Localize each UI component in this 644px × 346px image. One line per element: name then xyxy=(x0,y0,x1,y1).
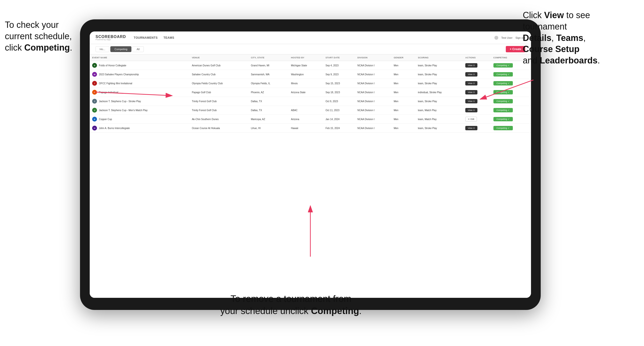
tab-home[interactable]: Ho... xyxy=(96,46,109,52)
division-cell: NCAA Division I xyxy=(355,79,391,88)
competing-button[interactable]: Competing ✓ xyxy=(494,108,513,112)
competing-cell: Competing ✓ xyxy=(491,124,531,133)
col-gender: GENDER xyxy=(391,54,416,61)
event-name-cell: H John A. Burns Intercollegiate xyxy=(90,124,189,133)
venue-cell: Olympia Fields Country Club xyxy=(189,79,248,88)
team-logo: W xyxy=(92,72,97,77)
tab-all[interactable]: All xyxy=(132,46,144,52)
gender-cell: Men xyxy=(391,115,416,124)
nav-teams[interactable]: TEAMS xyxy=(164,35,174,40)
view-button[interactable]: View ⊙ xyxy=(465,126,478,130)
table-header-row: EVENT NAME VENUE CITY, STATE HOSTED BY S… xyxy=(90,54,531,61)
start-date-cell: Sep 4, 2023 xyxy=(323,61,355,70)
col-city-state: CITY, STATE xyxy=(248,54,288,61)
competing-cell: Competing ✓ xyxy=(491,97,531,106)
venue-cell: Sahalee Country Club xyxy=(189,70,248,79)
competing-cell: Competing ✓ xyxy=(491,88,531,97)
event-name: John A. Burns Intercollegiate xyxy=(99,127,130,130)
competing-button[interactable]: Competing ✓ xyxy=(494,117,513,121)
start-date-cell: Sep 9, 2023 xyxy=(323,70,355,79)
scoring-cell: team, Match Play xyxy=(415,115,463,124)
view-button[interactable]: View ⊙ xyxy=(465,90,478,94)
user-icon xyxy=(494,36,498,40)
start-date-cell: Oct 11, 2023 xyxy=(323,106,355,115)
event-name-cell: I OFCC Fighting Illini Invitational xyxy=(90,79,189,88)
competing-button[interactable]: Competing ✓ xyxy=(494,90,513,94)
gender-cell: Men xyxy=(391,97,416,106)
city-state-cell: Phoenix, AZ xyxy=(248,88,288,97)
competing-button[interactable]: Competing ✓ xyxy=(494,99,513,103)
nav-tournaments[interactable]: TOURNAMENTS xyxy=(134,35,158,40)
toolbar: Ho... Competing All + Create xyxy=(90,44,531,54)
view-button[interactable]: View ⊙ xyxy=(465,108,478,112)
col-venue: VENUE xyxy=(189,54,248,61)
scoring-cell: team, Stroke Play xyxy=(415,97,463,106)
division-cell: NCAA Division I xyxy=(355,61,391,70)
competing-button[interactable]: Competing ✓ xyxy=(494,126,513,130)
gender-cell: Men xyxy=(391,70,416,79)
team-logo: J xyxy=(92,108,97,113)
col-actions: ACTIONS xyxy=(463,54,491,61)
team-logo: I xyxy=(92,81,97,86)
event-name-cell: A Copper Cup xyxy=(90,115,189,124)
scoring-cell: team, Stroke Play xyxy=(415,124,463,133)
table-row: S Folds of Honor Collegiate American Dun… xyxy=(90,61,531,70)
view-button[interactable]: View ⊙ xyxy=(465,72,478,76)
col-start-date: START DATE xyxy=(323,54,355,61)
col-division: DIVISION xyxy=(355,54,391,61)
annotation-bottom: To remove a tournament from your schedul… xyxy=(206,293,376,317)
scoring-cell: team, Match Play xyxy=(415,106,463,115)
division-cell: NCAA Division I xyxy=(355,88,391,97)
table-row: W 2023 Sahalee Players Championship Saha… xyxy=(90,70,531,79)
hosted-by-cell: Arizona State xyxy=(288,88,323,97)
event-name: Jackson T. Stephens Cup - Stroke Play xyxy=(99,100,141,103)
scoring-cell: team, Stroke Play xyxy=(415,61,463,70)
actions-cell: ✏ Edit xyxy=(463,115,491,124)
event-name: Folds of Honor Collegiate xyxy=(99,64,126,67)
event-name-cell: S Folds of Honor Collegiate xyxy=(90,61,189,70)
city-state-cell: Olympia Fields, IL xyxy=(248,79,288,88)
venue-cell: Ak-Chin Southern Dunes xyxy=(189,115,248,124)
filter-tabs: Ho... Competing All xyxy=(96,46,144,52)
hosted-by-cell: Arizona xyxy=(288,115,323,124)
event-name-cell: J Jackson T. Stephens Cup - Men's Match … xyxy=(90,106,189,115)
division-cell: NCAA Division I xyxy=(355,124,391,133)
team-logo: J xyxy=(92,99,97,104)
scoring-cell: team, Stroke Play xyxy=(415,70,463,79)
col-event-name: EVENT NAME xyxy=(90,54,189,61)
gender-cell: Men xyxy=(391,79,416,88)
hosted-by-cell: ABAC xyxy=(288,106,323,115)
tab-competing[interactable]: Competing xyxy=(110,46,132,52)
competing-button[interactable]: Competing ✓ xyxy=(494,72,513,76)
table-row: I OFCC Fighting Illini Invitational Olym… xyxy=(90,79,531,88)
competing-cell: Competing ✓ xyxy=(491,115,531,124)
division-cell: NCAA Division I xyxy=(355,97,391,106)
actions-cell: View ⊙ xyxy=(463,79,491,88)
city-state-cell: Dallas, TX xyxy=(248,97,288,106)
venue-cell: Ocean Course At Hokuala xyxy=(189,124,248,133)
actions-cell: View ⊙ xyxy=(463,88,491,97)
venue-cell: Trinity Forest Golf Club xyxy=(189,106,248,115)
annotation-top-right: Click View to see tournament Details, Te… xyxy=(523,10,639,66)
view-button[interactable]: View ⊙ xyxy=(465,63,478,68)
tablet-device: SCOREBOARD Powered by clippi TOURNAMENTS… xyxy=(80,19,541,310)
tournaments-table-container: EVENT NAME VENUE CITY, STATE HOSTED BY S… xyxy=(90,54,531,298)
view-button[interactable]: View ⊙ xyxy=(465,81,478,85)
city-state-cell: Maricopa, AZ xyxy=(248,115,288,124)
competing-button[interactable]: Competing ✓ xyxy=(494,81,513,85)
start-date-cell: Oct 9, 2023 xyxy=(323,97,355,106)
team-logo: H xyxy=(92,126,97,131)
competing-button[interactable]: Competing ✓ xyxy=(494,63,513,68)
actions-cell: View ⊙ xyxy=(463,124,491,133)
table-row: J Jackson T. Stephens Cup - Stroke Play … xyxy=(90,97,531,106)
city-state-cell: Lihue, HI xyxy=(248,124,288,133)
event-name-cell: J Jackson T. Stephens Cup - Stroke Play xyxy=(90,97,189,106)
view-button[interactable]: View ⊙ xyxy=(465,99,478,103)
hosted-by-cell: Michigan State xyxy=(288,61,323,70)
competing-cell: Competing ✓ xyxy=(491,79,531,88)
edit-button[interactable]: ✏ Edit xyxy=(465,117,477,122)
actions-cell: View ⊙ xyxy=(463,70,491,79)
team-logo: P xyxy=(92,90,97,95)
create-button[interactable]: + Create xyxy=(506,46,525,52)
user-text: Test User xyxy=(501,36,512,39)
